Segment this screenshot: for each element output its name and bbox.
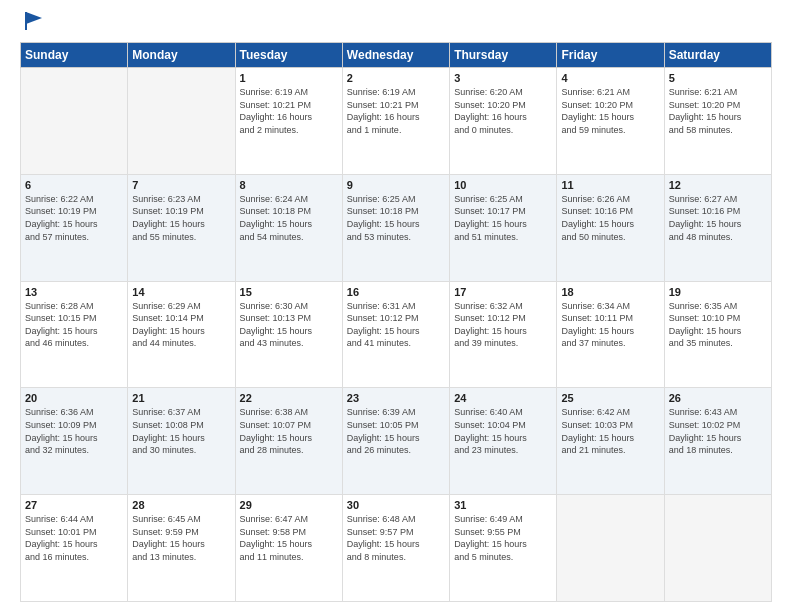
- day-number: 4: [561, 72, 659, 84]
- day-number: 7: [132, 179, 230, 191]
- day-info: Sunrise: 6:25 AM Sunset: 10:18 PM Daylig…: [347, 193, 445, 243]
- day-number: 29: [240, 499, 338, 511]
- day-info: Sunrise: 6:40 AM Sunset: 10:04 PM Daylig…: [454, 406, 552, 456]
- weekday-header-sunday: Sunday: [21, 43, 128, 68]
- day-number: 2: [347, 72, 445, 84]
- day-info: Sunrise: 6:37 AM Sunset: 10:08 PM Daylig…: [132, 406, 230, 456]
- calendar-cell: 2Sunrise: 6:19 AM Sunset: 10:21 PM Dayli…: [342, 68, 449, 175]
- day-number: 28: [132, 499, 230, 511]
- calendar-cell: 13Sunrise: 6:28 AM Sunset: 10:15 PM Dayl…: [21, 281, 128, 388]
- calendar-cell: [664, 495, 771, 602]
- day-number: 1: [240, 72, 338, 84]
- day-info: Sunrise: 6:38 AM Sunset: 10:07 PM Daylig…: [240, 406, 338, 456]
- calendar-cell: 16Sunrise: 6:31 AM Sunset: 10:12 PM Dayl…: [342, 281, 449, 388]
- page: SundayMondayTuesdayWednesdayThursdayFrid…: [0, 0, 792, 612]
- day-number: 23: [347, 392, 445, 404]
- calendar-week-row: 1Sunrise: 6:19 AM Sunset: 10:21 PM Dayli…: [21, 68, 772, 175]
- weekday-header-friday: Friday: [557, 43, 664, 68]
- calendar-cell: 17Sunrise: 6:32 AM Sunset: 10:12 PM Dayl…: [450, 281, 557, 388]
- svg-marker-0: [26, 12, 42, 24]
- calendar-cell: 4Sunrise: 6:21 AM Sunset: 10:20 PM Dayli…: [557, 68, 664, 175]
- day-info: Sunrise: 6:34 AM Sunset: 10:11 PM Daylig…: [561, 300, 659, 350]
- day-info: Sunrise: 6:35 AM Sunset: 10:10 PM Daylig…: [669, 300, 767, 350]
- day-number: 22: [240, 392, 338, 404]
- weekday-header-tuesday: Tuesday: [235, 43, 342, 68]
- day-number: 14: [132, 286, 230, 298]
- day-number: 13: [25, 286, 123, 298]
- day-info: Sunrise: 6:45 AM Sunset: 9:59 PM Dayligh…: [132, 513, 230, 563]
- day-info: Sunrise: 6:24 AM Sunset: 10:18 PM Daylig…: [240, 193, 338, 243]
- day-number: 16: [347, 286, 445, 298]
- calendar-cell: 3Sunrise: 6:20 AM Sunset: 10:20 PM Dayli…: [450, 68, 557, 175]
- calendar-cell: 28Sunrise: 6:45 AM Sunset: 9:59 PM Dayli…: [128, 495, 235, 602]
- weekday-header-thursday: Thursday: [450, 43, 557, 68]
- day-number: 18: [561, 286, 659, 298]
- day-info: Sunrise: 6:19 AM Sunset: 10:21 PM Daylig…: [240, 86, 338, 136]
- day-info: Sunrise: 6:48 AM Sunset: 9:57 PM Dayligh…: [347, 513, 445, 563]
- day-info: Sunrise: 6:25 AM Sunset: 10:17 PM Daylig…: [454, 193, 552, 243]
- logo: [20, 18, 44, 32]
- logo-flag-icon: [22, 10, 44, 32]
- calendar-week-row: 13Sunrise: 6:28 AM Sunset: 10:15 PM Dayl…: [21, 281, 772, 388]
- day-number: 9: [347, 179, 445, 191]
- day-info: Sunrise: 6:26 AM Sunset: 10:16 PM Daylig…: [561, 193, 659, 243]
- calendar-cell: 31Sunrise: 6:49 AM Sunset: 9:55 PM Dayli…: [450, 495, 557, 602]
- day-info: Sunrise: 6:21 AM Sunset: 10:20 PM Daylig…: [561, 86, 659, 136]
- calendar-week-row: 20Sunrise: 6:36 AM Sunset: 10:09 PM Dayl…: [21, 388, 772, 495]
- calendar-cell: 5Sunrise: 6:21 AM Sunset: 10:20 PM Dayli…: [664, 68, 771, 175]
- day-info: Sunrise: 6:30 AM Sunset: 10:13 PM Daylig…: [240, 300, 338, 350]
- calendar-cell: [21, 68, 128, 175]
- day-number: 25: [561, 392, 659, 404]
- calendar-cell: 25Sunrise: 6:42 AM Sunset: 10:03 PM Dayl…: [557, 388, 664, 495]
- day-number: 24: [454, 392, 552, 404]
- calendar-cell: 26Sunrise: 6:43 AM Sunset: 10:02 PM Dayl…: [664, 388, 771, 495]
- calendar-cell: 7Sunrise: 6:23 AM Sunset: 10:19 PM Dayli…: [128, 174, 235, 281]
- day-number: 26: [669, 392, 767, 404]
- day-info: Sunrise: 6:31 AM Sunset: 10:12 PM Daylig…: [347, 300, 445, 350]
- calendar-cell: 30Sunrise: 6:48 AM Sunset: 9:57 PM Dayli…: [342, 495, 449, 602]
- calendar-table: SundayMondayTuesdayWednesdayThursdayFrid…: [20, 42, 772, 602]
- weekday-header-wednesday: Wednesday: [342, 43, 449, 68]
- calendar-week-row: 27Sunrise: 6:44 AM Sunset: 10:01 PM Dayl…: [21, 495, 772, 602]
- day-info: Sunrise: 6:27 AM Sunset: 10:16 PM Daylig…: [669, 193, 767, 243]
- day-info: Sunrise: 6:42 AM Sunset: 10:03 PM Daylig…: [561, 406, 659, 456]
- weekday-row: SundayMondayTuesdayWednesdayThursdayFrid…: [21, 43, 772, 68]
- day-info: Sunrise: 6:32 AM Sunset: 10:12 PM Daylig…: [454, 300, 552, 350]
- calendar-cell: [557, 495, 664, 602]
- weekday-header-monday: Monday: [128, 43, 235, 68]
- day-number: 6: [25, 179, 123, 191]
- day-number: 12: [669, 179, 767, 191]
- calendar-cell: 27Sunrise: 6:44 AM Sunset: 10:01 PM Dayl…: [21, 495, 128, 602]
- calendar-cell: 19Sunrise: 6:35 AM Sunset: 10:10 PM Dayl…: [664, 281, 771, 388]
- calendar-week-row: 6Sunrise: 6:22 AM Sunset: 10:19 PM Dayli…: [21, 174, 772, 281]
- day-number: 15: [240, 286, 338, 298]
- day-number: 3: [454, 72, 552, 84]
- header: [20, 18, 772, 32]
- calendar-cell: 20Sunrise: 6:36 AM Sunset: 10:09 PM Dayl…: [21, 388, 128, 495]
- calendar-cell: 8Sunrise: 6:24 AM Sunset: 10:18 PM Dayli…: [235, 174, 342, 281]
- calendar-cell: 6Sunrise: 6:22 AM Sunset: 10:19 PM Dayli…: [21, 174, 128, 281]
- calendar-cell: 29Sunrise: 6:47 AM Sunset: 9:58 PM Dayli…: [235, 495, 342, 602]
- day-number: 8: [240, 179, 338, 191]
- calendar-cell: 21Sunrise: 6:37 AM Sunset: 10:08 PM Dayl…: [128, 388, 235, 495]
- calendar-body: 1Sunrise: 6:19 AM Sunset: 10:21 PM Dayli…: [21, 68, 772, 602]
- weekday-header-saturday: Saturday: [664, 43, 771, 68]
- calendar-cell: 18Sunrise: 6:34 AM Sunset: 10:11 PM Dayl…: [557, 281, 664, 388]
- calendar-cell: 12Sunrise: 6:27 AM Sunset: 10:16 PM Dayl…: [664, 174, 771, 281]
- day-number: 19: [669, 286, 767, 298]
- calendar-cell: 10Sunrise: 6:25 AM Sunset: 10:17 PM Dayl…: [450, 174, 557, 281]
- day-number: 11: [561, 179, 659, 191]
- day-info: Sunrise: 6:20 AM Sunset: 10:20 PM Daylig…: [454, 86, 552, 136]
- day-info: Sunrise: 6:49 AM Sunset: 9:55 PM Dayligh…: [454, 513, 552, 563]
- calendar-cell: 23Sunrise: 6:39 AM Sunset: 10:05 PM Dayl…: [342, 388, 449, 495]
- day-info: Sunrise: 6:47 AM Sunset: 9:58 PM Dayligh…: [240, 513, 338, 563]
- calendar-cell: [128, 68, 235, 175]
- day-number: 27: [25, 499, 123, 511]
- day-number: 5: [669, 72, 767, 84]
- day-number: 10: [454, 179, 552, 191]
- day-info: Sunrise: 6:44 AM Sunset: 10:01 PM Daylig…: [25, 513, 123, 563]
- calendar-cell: 1Sunrise: 6:19 AM Sunset: 10:21 PM Dayli…: [235, 68, 342, 175]
- day-info: Sunrise: 6:36 AM Sunset: 10:09 PM Daylig…: [25, 406, 123, 456]
- day-info: Sunrise: 6:21 AM Sunset: 10:20 PM Daylig…: [669, 86, 767, 136]
- calendar-header: SundayMondayTuesdayWednesdayThursdayFrid…: [21, 43, 772, 68]
